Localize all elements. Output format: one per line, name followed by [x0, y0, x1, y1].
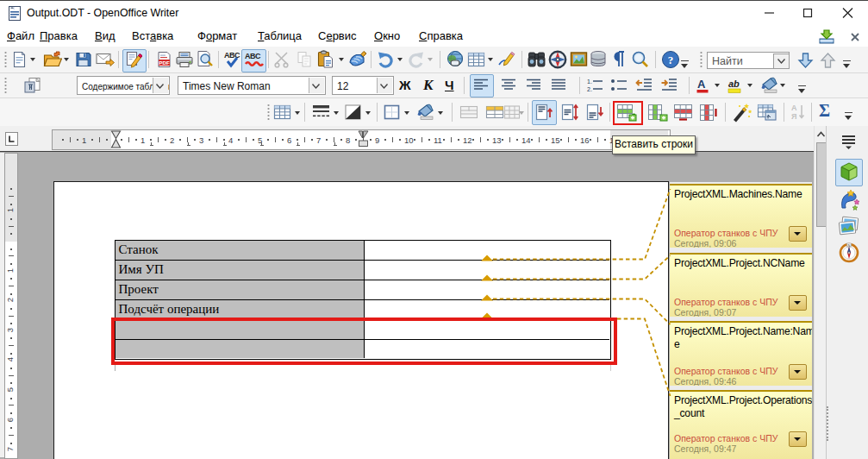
svg-text:N: N — [848, 243, 851, 248]
svg-text:1.: 1. — [587, 79, 592, 85]
svg-text:А: А — [791, 104, 797, 112]
svg-text:PDF: PDF — [159, 60, 170, 66]
svg-text:A: A — [697, 78, 706, 91]
svg-text:ab: ab — [728, 79, 740, 89]
svg-text:2.: 2. — [587, 86, 592, 92]
svg-text:?: ? — [668, 53, 674, 66]
svg-text:ABC: ABC — [245, 52, 261, 60]
svg-text:ABC: ABC — [224, 51, 240, 60]
svg-text:Я: Я — [791, 112, 796, 121]
